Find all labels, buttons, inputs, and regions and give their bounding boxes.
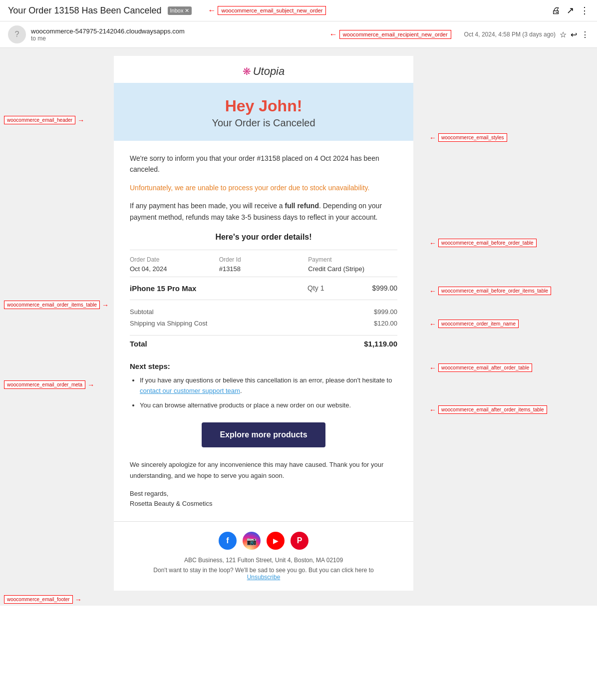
inbox-badge: Inbox [170, 7, 184, 13]
closing-regards: Best regards, [130, 489, 397, 499]
payment-label: Payment [308, 256, 397, 263]
shipping-value: $120.00 [374, 320, 397, 327]
arrow-to-subject-ann: ← [208, 6, 216, 15]
closing-name: Rosetta Beauty & Cosmetics [130, 499, 397, 509]
instagram-icon[interactable]: 📷 [243, 532, 261, 550]
more-options-button[interactable]: ⋮ [580, 5, 589, 16]
order-id-value: #13158 [219, 265, 308, 273]
footer-annotation-box: woocommerce_email_footer [4, 595, 73, 604]
subtotal-value: $999.00 [374, 308, 397, 316]
before-order-items-table-annotation-box: woocommerce_email_before_order_items_tab… [438, 287, 551, 295]
intro3-part1: If any payment has been made, you will r… [130, 202, 285, 210]
print-button[interactable]: 🖨 [552, 5, 561, 16]
header-subtitle: Your Order is Canceled [124, 117, 403, 129]
arrow-before-order-table: ← [429, 239, 436, 247]
before-order-table-annotation-box: woocommerce_email_before_order_table [438, 239, 537, 247]
payment-value: Credit Card (Stripe) [308, 265, 397, 273]
question-icon: ? [15, 30, 19, 39]
star-button[interactable]: ☆ [560, 30, 567, 39]
reply-button[interactable]: ↩ [571, 30, 577, 39]
explore-products-button[interactable]: Explore more products [202, 422, 325, 447]
totals-section: Subtotal $999.00 Shipping via Shipping C… [130, 300, 397, 335]
after-order-items-table-annotation-box: woocommerce_email_after_order_items_tabl… [438, 405, 547, 414]
facebook-icon[interactable]: f [219, 532, 237, 550]
next-step-2: You can browse alternative products or p… [140, 400, 397, 411]
logo-area: ❋ Utopia [114, 56, 413, 83]
product-name: iPhone 15 Pro Max [130, 284, 307, 293]
arrow-header: → [77, 116, 84, 124]
footer-text: Don't want to stay in the loop? We'll be… [153, 567, 373, 574]
email-date: Oct 4, 2024, 4:58 PM (3 days ago) [464, 31, 556, 38]
footer-address: ABC Business, 121 Fulton Street, Unit 4,… [124, 557, 403, 564]
external-link-button[interactable]: ↗ [567, 5, 574, 16]
order-items-table-annotation-box: woocommerce_email_order_items_table [4, 301, 100, 309]
email-footer: f 📷 ▶ P ABC Business, 121 Fulton Street,… [114, 521, 413, 591]
email-body-content: We're sorry to inform you that your orde… [114, 141, 413, 521]
order-date-value: Oct 04, 2024 [130, 265, 219, 273]
inbox-close-icon[interactable]: ✕ [185, 7, 189, 14]
product-qty: Qty 1 [307, 284, 357, 292]
unsubscribe-link[interactable]: Unsubscribe [247, 574, 281, 581]
more-email-options-button[interactable]: ⋮ [581, 30, 589, 39]
header-greeting: Hey John! [124, 97, 403, 115]
signoff-section: We sincerely apologize for any inconveni… [130, 459, 397, 509]
order-id-label: Order Id [219, 256, 308, 263]
total-row: Total $1,119.00 [130, 335, 397, 352]
next-step-1-part2: . [240, 387, 242, 394]
order-meta-annotation-box: woocommerce_email_order_meta [4, 380, 85, 389]
arrow-footer: → [75, 596, 82, 604]
arrow-order-meta: → [87, 381, 94, 389]
social-icons-row: f 📷 ▶ P [124, 532, 403, 550]
order-details-heading: Here's your order details! [130, 233, 397, 242]
total-value: $1,119.00 [364, 340, 397, 348]
order-id-col: Order Id #13158 [219, 256, 308, 273]
arrow-after-order-items-table: ← [429, 406, 436, 414]
footer-unsub-text: Don't want to stay in the loop? We'll be… [124, 567, 403, 581]
order-item-name-annotation-box: woocommerce_order_item_name [438, 320, 519, 328]
after-order-table-annotation-container: ← woocommerce_email_after_order_table [429, 363, 532, 372]
intro-paragraph-3: If any payment has been made, you will r… [130, 200, 397, 223]
arrow-before-order-items-table: ← [429, 287, 436, 295]
intro3-bold: full refund [285, 202, 319, 210]
arrow-after-order-table: ← [429, 364, 436, 372]
before-order-items-table-annotation-container: ← woocommerce_email_before_order_items_t… [429, 287, 551, 295]
header-annotation-box: woocommerce_email_header [4, 116, 75, 124]
order-date-col: Order Date Oct 04, 2024 [130, 256, 219, 273]
header-annotation-container: woocommerce_email_header → [4, 116, 84, 124]
payment-col: Payment Credit Card (Stripe) [308, 256, 397, 273]
product-price: $999.00 [357, 284, 397, 292]
next-steps-title: Next steps: [130, 362, 397, 370]
closing-paragraph: We sincerely apologize for any inconveni… [130, 459, 397, 481]
next-step-2-text: You can browse alternative products or p… [140, 401, 351, 409]
logo-flower-icon: ❋ [243, 66, 251, 77]
order-meta-annotation-container: woocommerce_email_order_meta → [4, 380, 94, 389]
email-container: ❋ Utopia Hey John! Your Order is Cancele… [114, 56, 413, 591]
shipping-row: Shipping via Shipping Cost $120.00 [130, 318, 397, 329]
next-steps-section: Next steps: If you have any questions or… [130, 362, 397, 410]
sender-email: woocommerce-547975-2142046.cloudwaysapps… [31, 27, 324, 35]
subject-annotation-box: woocommerce_email_subject_new_order [218, 6, 326, 15]
support-link[interactable]: contact our customer support team [140, 387, 240, 394]
arrow-styles: ← [429, 134, 436, 142]
styles-annotation-box: woocommerce_email_styles [438, 133, 507, 142]
order-items-table-annotation-container: woocommerce_email_order_items_table → [4, 301, 109, 309]
next-step-1: If you have any questions or believe thi… [140, 375, 397, 396]
email-header-banner: Hey John! Your Order is Canceled [114, 83, 413, 141]
recipient-annotation-box: woocommerce_email_recipient_new_order [339, 30, 451, 39]
product-row: iPhone 15 Pro Max Qty 1 $999.00 [130, 277, 397, 300]
subtotal-row: Subtotal $999.00 [130, 306, 397, 318]
shipping-label: Shipping via Shipping Cost [130, 320, 207, 327]
avatar: ? [8, 25, 26, 43]
logo-text: Utopia [253, 65, 285, 77]
next-step-1-part1: If you have any questions or believe thi… [140, 376, 392, 384]
pinterest-icon[interactable]: P [291, 532, 308, 550]
email-subject: Your Order 13158 Has Been Canceled [8, 5, 162, 16]
before-order-table-annotation-container: ← woocommerce_email_before_order_table [429, 239, 537, 247]
intro-paragraph-2: Unfortunately, we are unable to process … [130, 182, 397, 193]
total-label: Total [130, 340, 147, 348]
arrow-order-item-name: ← [429, 320, 436, 328]
order-meta-row: Order Date Oct 04, 2024 Order Id #13158 … [130, 250, 397, 277]
intro-paragraph-1: We're sorry to inform you that your orde… [130, 153, 397, 175]
arrow-order-items-table: → [102, 301, 109, 309]
youtube-icon[interactable]: ▶ [267, 532, 285, 550]
